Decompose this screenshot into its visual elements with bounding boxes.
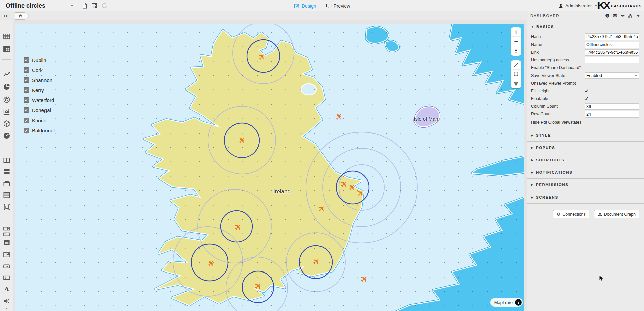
property-checkbox[interactable] xyxy=(585,64,585,71)
sidebar-item-text-field-icon[interactable] xyxy=(3,274,10,282)
eye-icon[interactable] xyxy=(620,13,625,18)
sitemap-icon[interactable] xyxy=(628,13,633,18)
zoom-in-button[interactable]: + xyxy=(511,27,521,37)
section-screens-header[interactable]: ▶SCREENS xyxy=(527,191,644,204)
property-checkbox[interactable]: ✓ xyxy=(585,88,589,94)
compass-icon xyxy=(513,48,519,54)
sidebar-more-icon[interactable] xyxy=(3,306,10,311)
section-popups-header[interactable]: ▶POPUPS xyxy=(527,142,644,154)
layer-checkbox-row[interactable]: ✓Knock xyxy=(24,115,55,125)
map-label-isle-of-man: Isle of Man xyxy=(413,116,438,122)
delete-shape-button[interactable] xyxy=(511,79,521,88)
undo-icon[interactable] xyxy=(101,2,108,9)
property-input[interactable] xyxy=(585,33,639,40)
layer-checkbox[interactable]: ✓ xyxy=(24,57,29,63)
layer-label: Baldonnel xyxy=(32,128,55,133)
map-geography: ✈✈✈✈✈✈✈✈✈✈✈✈ xyxy=(15,24,524,311)
triangle-right-icon: ▶ xyxy=(531,196,533,199)
sidebar-item-cube-3d-icon[interactable] xyxy=(3,120,10,128)
measure-button[interactable] xyxy=(511,60,521,70)
tab-design[interactable]: Design xyxy=(294,3,316,9)
sidebar-item-data-grid-icon[interactable] xyxy=(3,32,10,41)
sidebar-item-pie-chart-icon[interactable] xyxy=(3,83,10,91)
layer-checkbox[interactable]: ✓ xyxy=(24,77,29,83)
layer-checkbox-row[interactable]: ✓Kerry xyxy=(24,85,55,95)
sidebar-item-accordion-panel-icon[interactable] xyxy=(3,191,10,199)
section-notifications-header[interactable]: ▶NOTIFICATIONS xyxy=(527,166,644,179)
sidebar-item-text-input-icon[interactable] xyxy=(3,230,10,238)
sidebar-item-ok-button-icon[interactable] xyxy=(3,262,10,270)
layer-checkbox[interactable]: ✓ xyxy=(24,128,29,133)
layer-checkbox[interactable]: ✓ xyxy=(24,67,29,73)
layer-checkbox-row[interactable]: ✓Donegal xyxy=(24,105,55,115)
property-row: Link xyxy=(527,48,644,56)
section-shortcuts-header[interactable]: ▶SHORTCUTS xyxy=(527,154,644,166)
trash-icon xyxy=(513,81,519,87)
section-style-header[interactable]: ▶STYLE xyxy=(527,129,644,142)
sidebar-item-text-label-icon[interactable] xyxy=(3,285,10,293)
user-menu[interactable]: Administrator xyxy=(558,0,598,11)
new-document-icon[interactable] xyxy=(81,2,88,9)
layer-checkbox[interactable]: ✓ xyxy=(24,87,29,93)
sidebar-item-canvas-select-icon[interactable] xyxy=(3,203,10,211)
property-checkbox[interactable]: ✓ xyxy=(585,96,589,101)
layer-checkbox-row[interactable]: ✓Dublin xyxy=(24,55,55,65)
property-input[interactable] xyxy=(585,103,639,110)
sidebar-item-area-chart-icon[interactable] xyxy=(3,108,10,116)
compass-button[interactable] xyxy=(511,46,521,56)
sidebar-divider xyxy=(2,221,11,221)
section-label: SCREENS xyxy=(536,195,558,199)
connections-button[interactable]: ⚙ Connections xyxy=(553,210,589,218)
top-toolbar: Offline circles Design Preview Administr… xyxy=(0,0,644,11)
sidebar-item-tabs-panel-icon[interactable] xyxy=(3,180,10,188)
property-checkbox[interactable] xyxy=(585,80,585,86)
expand-sidebar-icon[interactable] xyxy=(3,13,9,19)
sidebar-item-media-player-icon[interactable] xyxy=(3,297,10,305)
save-icon[interactable] xyxy=(91,2,98,9)
property-row: Row Count xyxy=(527,110,644,118)
dashboard-select-caret-icon[interactable] xyxy=(70,4,74,8)
sidebar-item-line-chart-icon[interactable] xyxy=(3,70,10,78)
sidebar-item-split-columns-icon[interactable] xyxy=(3,156,10,164)
sidebar-item-header-panel-icon[interactable] xyxy=(3,168,10,176)
info-icon[interactable]: i xyxy=(515,299,522,306)
design-label: Design xyxy=(302,3,316,9)
layer-checkbox[interactable]: ✓ xyxy=(24,107,29,113)
layer-checkbox-row[interactable]: ✓Baldonnel xyxy=(24,125,55,135)
property-select[interactable] xyxy=(585,72,639,79)
triangle-right-icon: ▶ xyxy=(531,171,533,174)
help-icon[interactable] xyxy=(605,13,610,18)
view-mode-switch: Design Preview xyxy=(294,0,350,11)
property-row: Hash xyxy=(527,33,644,41)
breadcrumb-home-tab[interactable] xyxy=(15,12,29,20)
layer-checkbox-row[interactable]: ✓Waterford xyxy=(24,95,55,105)
attribution-link[interactable]: MapLibre xyxy=(494,300,513,305)
sidebar-item-radial-chart-icon[interactable] xyxy=(3,96,10,104)
property-label: Floatable xyxy=(531,96,584,101)
property-input[interactable] xyxy=(585,111,639,118)
property-checkbox[interactable] xyxy=(585,119,585,125)
property-row: Save Viewer State▼ xyxy=(527,72,644,79)
zoom-out-button[interactable]: − xyxy=(511,37,521,46)
section-basics-header[interactable]: ▼ BASICS xyxy=(527,23,644,30)
property-input[interactable] xyxy=(585,57,639,63)
collapse-panel-icon[interactable] xyxy=(636,13,640,18)
sidebar-item-list-box-icon[interactable] xyxy=(3,238,10,246)
sidebar-item-gauge-icon[interactable] xyxy=(3,132,10,140)
layer-checkbox[interactable]: ✓ xyxy=(24,118,29,123)
database-icon[interactable] xyxy=(613,13,617,18)
tab-preview[interactable]: Preview xyxy=(326,3,350,9)
layer-checkbox[interactable]: ✓ xyxy=(24,97,29,103)
property-input[interactable] xyxy=(585,49,639,56)
map-canvas[interactable]: ✈✈✈✈✈✈✈✈✈✈✈✈ Ireland Isle of Man ✓Dublin… xyxy=(15,24,524,311)
layer-checkbox-row[interactable]: ✓Shannon xyxy=(24,75,55,85)
property-input[interactable] xyxy=(585,42,639,48)
section-permissions-header[interactable]: ▶PERMISSIONS xyxy=(527,179,644,191)
draw-rectangle-button[interactable] xyxy=(511,70,521,79)
sidebar-item-panel-dropdown-icon[interactable] xyxy=(3,251,10,259)
layer-checkbox-row[interactable]: ✓Cork xyxy=(24,65,55,75)
sidebar-item-pivot-grid-icon[interactable] xyxy=(3,45,10,53)
triangle-right-icon: ▶ xyxy=(531,183,533,186)
document-graph-button[interactable]: Document Graph xyxy=(594,210,639,218)
collapsed-sections: ▶STYLE▶POPUPS▶SHORTCUTS▶NOTIFICATIONS▶PE… xyxy=(527,129,644,204)
